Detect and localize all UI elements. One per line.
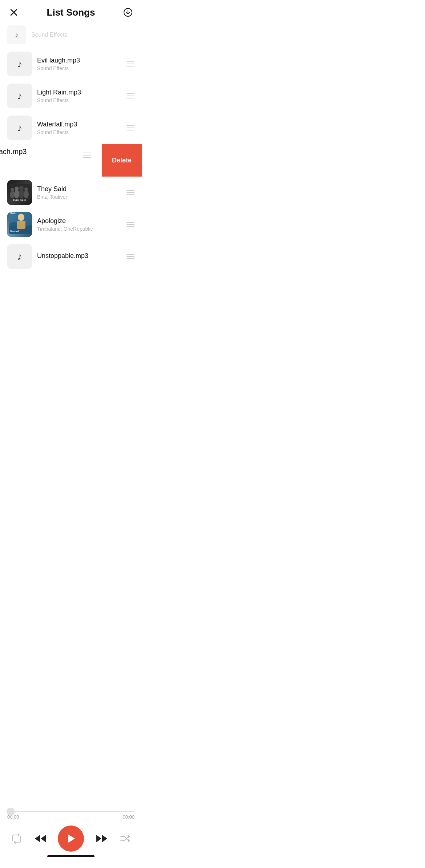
song-title: Apologize <box>37 217 123 225</box>
download-button[interactable] <box>121 6 135 19</box>
song-artist: Timbaland; OneRepublic <box>37 226 123 232</box>
drag-handle[interactable] <box>123 61 135 66</box>
delete-label: Delete <box>112 157 132 164</box>
swipe-content: Sandy Beach.mp3 Sound Effects <box>0 144 102 166</box>
delete-button[interactable]: Delete <box>102 144 142 177</box>
they-said-text: THEY SAID <box>13 199 26 202</box>
song-list: ♪ Sound Effects ♪ Evil laugh.mp3 Sound E… <box>0 23 142 272</box>
drag-handle[interactable] <box>123 190 135 195</box>
song-info: Unstoppable.mp3 <box>37 252 123 261</box>
list-item[interactable]: ♪ Evil laugh.mp3 Sound Effects <box>0 48 142 80</box>
song-title: Unstoppable.mp3 <box>37 252 123 260</box>
song-artist: Sound Effects <box>0 157 79 163</box>
song-info: Light Rain.mp3 Sound Effects <box>37 89 123 103</box>
album-art: Kuschel Rock <box>7 212 32 237</box>
song-artist: Sound Effects <box>37 129 123 135</box>
song-title: Sandy Beach.mp3 <box>0 148 79 156</box>
list-item[interactable]: ♪ Sound Effects <box>0 23 142 48</box>
close-button[interactable] <box>7 6 20 19</box>
song-title: Waterfall.mp3 <box>37 121 123 128</box>
song-info: Evil laugh.mp3 Sound Effects <box>37 57 123 71</box>
drag-handle[interactable] <box>123 93 135 98</box>
svg-point-11 <box>24 190 29 198</box>
svg-point-5 <box>10 191 15 198</box>
list-item[interactable]: Kuschel Rock Apologize Timbaland; OneRep… <box>0 209 142 241</box>
song-title: Evil laugh.mp3 <box>37 57 123 64</box>
list-item[interactable]: THEY SAID They Said Binz, Touliver <box>0 177 142 209</box>
list-item-sandy-beach[interactable]: Sandy Beach.mp3 Sound Effects Delete <box>0 144 142 177</box>
song-title: Light Rain.mp3 <box>37 89 123 96</box>
header: List Songs <box>0 0 142 23</box>
svg-point-8 <box>15 187 19 191</box>
song-artist: Sound Effects <box>37 97 123 103</box>
svg-text:Rock: Rock <box>10 212 16 214</box>
svg-rect-15 <box>17 221 25 229</box>
album-art: ♪ <box>7 116 32 140</box>
svg-point-12 <box>24 187 28 191</box>
song-artist: Sound Effects <box>37 65 123 71</box>
music-icon: ♪ <box>17 90 22 102</box>
music-icon: ♪ <box>17 251 22 262</box>
svg-point-14 <box>18 214 24 221</box>
list-item[interactable]: ♪ Waterfall.mp3 Sound Effects <box>0 112 142 144</box>
song-info: Apologize Timbaland; OneRepublic <box>37 217 123 232</box>
svg-point-10 <box>19 186 24 190</box>
music-icon: ♪ <box>15 30 19 40</box>
album-art-image <box>9 184 31 199</box>
music-icon: ♪ <box>17 58 22 70</box>
svg-point-7 <box>14 190 19 198</box>
page-title: List Songs <box>47 7 95 18</box>
album-art: ♪ <box>7 25 26 44</box>
album-art: ♪ <box>7 244 32 269</box>
svg-point-6 <box>11 188 14 191</box>
music-icon: ♪ <box>17 122 22 134</box>
song-info: They Said Binz, Touliver <box>37 185 123 200</box>
song-artist: Binz, Touliver <box>37 194 123 200</box>
album-art: THEY SAID <box>7 180 32 205</box>
drag-handle[interactable] <box>123 125 135 130</box>
song-info: Sandy Beach.mp3 Sound Effects <box>0 148 79 163</box>
album-art: ♪ <box>7 52 32 76</box>
list-item[interactable]: ♪ Light Rain.mp3 Sound Effects <box>0 80 142 112</box>
album-art: ♪ <box>7 84 32 108</box>
list-item[interactable]: ♪ Unstoppable.mp3 <box>0 241 142 272</box>
song-info: Waterfall.mp3 Sound Effects <box>37 121 123 135</box>
drag-handle[interactable] <box>123 254 135 259</box>
song-title: Sound Effects <box>31 32 67 38</box>
svg-point-9 <box>19 189 24 198</box>
svg-text:Kuschel: Kuschel <box>10 230 19 232</box>
song-title: They Said <box>37 185 123 193</box>
drag-handle[interactable] <box>123 222 135 227</box>
drag-handle[interactable] <box>79 153 91 158</box>
